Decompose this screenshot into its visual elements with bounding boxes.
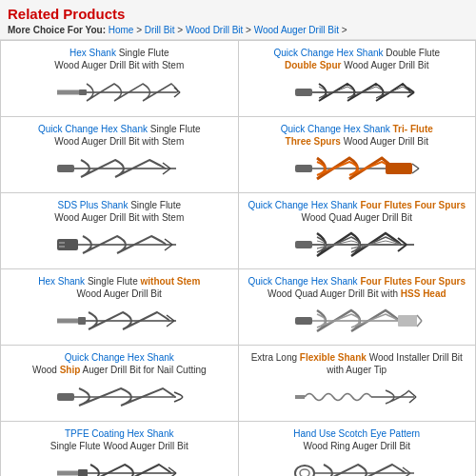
product-5-title: SDS Plus Shank Single Flute Wood Auger D… [7, 199, 232, 224]
products-grid: Hex Shank Single Flute Wood Auger Drill … [0, 40, 476, 476]
svg-line-36 [417, 315, 422, 321]
svg-rect-29 [78, 317, 86, 325]
product-9-link[interactable]: Quick Change Hex Shank [65, 352, 174, 363]
product-7-title: Hex Shank Single Flute without Stem Wood… [7, 275, 232, 300]
breadcrumb-home[interactable]: Home [109, 25, 134, 35]
svg-rect-35 [398, 315, 417, 327]
product-12-title: Hand Use Scotch Eye Pattern Wood Ring Au… [245, 427, 470, 452]
svg-line-43 [181, 397, 183, 399]
breadcrumb-drillbit[interactable]: Drill Bit [145, 25, 175, 35]
svg-rect-15 [386, 163, 412, 174]
svg-line-12 [163, 169, 170, 174]
breadcrumb-label: More Choice For You: [8, 25, 106, 35]
product-11-link[interactable]: TPFE Coating Hex Shank [65, 428, 174, 439]
svg-rect-38 [57, 393, 74, 401]
product-10[interactable]: Extra Long Flexible Shank Wood Installer… [239, 346, 477, 422]
product-11-image [52, 455, 186, 476]
product-9-title: Quick Change Hex Shank Wood Ship Auger D… [7, 351, 232, 376]
product-2-image [290, 74, 424, 110]
svg-line-41 [174, 399, 181, 402]
product-5[interactable]: SDS Plus Shank Single Flute Wood Auger D… [1, 193, 239, 269]
svg-line-27 [398, 245, 407, 251]
product-4-link[interactable]: Quick Change Hex Shank [281, 124, 390, 134]
product-12-image [290, 455, 424, 476]
product-4[interactable]: Quick Change Hex Shank Tri- Flute Three … [239, 117, 477, 193]
product-9[interactable]: Quick Change Hex Shank Wood Ship Auger D… [1, 346, 239, 422]
svg-line-46 [409, 391, 416, 397]
product-9-image [52, 379, 186, 415]
product-2-link[interactable]: Quick Change Hex Shank [273, 48, 383, 58]
product-1-link[interactable]: Hex Shank [69, 48, 116, 58]
product-6-link[interactable]: Quick Change Hex Shank [248, 200, 358, 210]
product-1[interactable]: Hex Shank Single Flute Wood Auger Drill … [1, 41, 239, 117]
product-11[interactable]: TPFE Coating Hex Shank Single Flute Wood… [1, 422, 239, 476]
svg-rect-24 [295, 241, 312, 248]
product-1-image [52, 74, 186, 110]
product-8-title: Quick Change Hex Shank Four Flutes Four … [245, 275, 470, 300]
svg-rect-18 [57, 239, 78, 250]
product-7-image [52, 303, 186, 339]
header: Related Products More Choice For You: Ho… [0, 0, 476, 40]
svg-line-17 [412, 169, 419, 173]
product-6[interactable]: Quick Change Hex Shank Four Flutes Four … [239, 193, 477, 269]
svg-line-16 [412, 164, 419, 169]
breadcrumb-wooddrillbit[interactable]: Wood Drill Bit [186, 25, 243, 35]
svg-point-54 [300, 469, 309, 476]
product-7-link[interactable]: Hex Shank [38, 276, 85, 287]
product-2[interactable]: Quick Change Hex Shank Double Flute Doub… [239, 41, 477, 117]
svg-rect-19 [59, 242, 65, 244]
product-3-image [52, 150, 186, 187]
svg-line-47 [409, 397, 416, 403]
product-12[interactable]: Hand Use Scotch Eye Pattern Wood Ring Au… [239, 422, 477, 476]
breadcrumb: More Choice For You: Home > Drill Bit > … [8, 25, 468, 35]
svg-rect-13 [295, 165, 312, 172]
product-12-link[interactable]: Hand Use Scotch Eye Pattern [293, 428, 420, 439]
svg-line-23 [165, 245, 172, 250]
product-6-image [290, 227, 424, 263]
svg-line-37 [417, 321, 422, 327]
svg-rect-33 [295, 317, 312, 325]
product-4-title: Quick Change Hex Shank Tri- Flute Three … [245, 123, 470, 148]
svg-rect-1 [79, 89, 87, 95]
product-3[interactable]: Quick Change Hex Shank Single Flute Wood… [1, 117, 239, 193]
product-5-link[interactable]: SDS Plus Shank [57, 200, 128, 210]
product-6-title: Quick Change Hex Shank Four Flutes Four … [245, 199, 470, 224]
product-2-title: Quick Change Hex Shank Double Flute Doub… [245, 47, 470, 71]
svg-point-53 [295, 466, 314, 476]
svg-rect-49 [78, 469, 88, 476]
svg-line-40 [174, 392, 181, 395]
svg-rect-9 [57, 165, 74, 172]
svg-rect-5 [295, 89, 312, 96]
page-title: Related Products [8, 6, 468, 22]
product-7[interactable]: Hex Shank Single Flute without Stem Wood… [1, 269, 239, 346]
product-11-title: TPFE Coating Hex Shank Single Flute Wood… [7, 427, 232, 452]
product-8-link[interactable]: Quick Change Hex Shank [248, 276, 358, 287]
product-8[interactable]: Quick Change Hex Shank Four Flutes Four … [239, 269, 477, 346]
product-1-title: Hex Shank Single Flute Wood Auger Drill … [7, 47, 232, 71]
product-10-image [290, 379, 424, 415]
product-10-title: Extra Long Flexible Shank Wood Installer… [245, 351, 470, 376]
product-3-title: Quick Change Hex Shank Single Flute Wood… [7, 123, 232, 148]
svg-rect-20 [59, 246, 65, 248]
product-3-link[interactable]: Quick Change Hex Shank [38, 124, 148, 134]
product-4-image [290, 150, 424, 187]
product-8-image [290, 303, 424, 339]
svg-line-32 [167, 321, 174, 327]
breadcrumb-woodauger[interactable]: Wood Auger Drill Bit [254, 25, 339, 35]
product-5-image [52, 227, 186, 263]
